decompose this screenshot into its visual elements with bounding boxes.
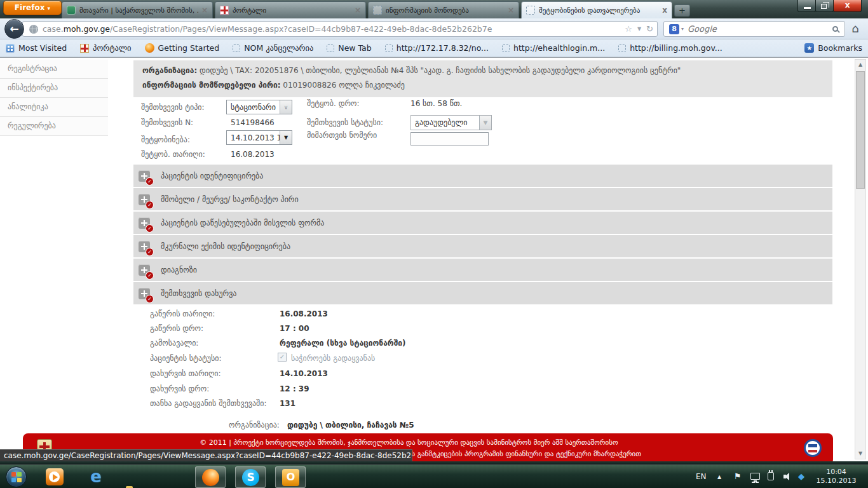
- scroll-down-icon[interactable]: ▼: [855, 449, 865, 459]
- show-bookmarks-button[interactable]: ★Bookmarks: [804, 43, 862, 53]
- site-favicon-shield-icon: [67, 6, 76, 15]
- closure-time-value: 12 : 39: [280, 384, 309, 393]
- language-indicator[interactable]: EN: [696, 465, 707, 488]
- engine-dropdown-icon[interactable]: ▾: [681, 26, 684, 32]
- network-icon[interactable]: [750, 473, 760, 480]
- hidden-icons-arrow-icon[interactable]: ▲: [717, 465, 721, 488]
- accordion-patient-identification[interactable]: ✓ პაციენტის იდენტიფიცირება: [133, 165, 832, 187]
- search-engine-name: Google: [688, 24, 832, 34]
- tab-portal[interactable]: პორტალი ×: [215, 1, 366, 18]
- notification-time-value: 16 სთ. 58 წთ.: [410, 99, 462, 108]
- new-tab-button[interactable]: +: [674, 4, 690, 17]
- taskbar-firefox-button[interactable]: [195, 466, 226, 488]
- expand-plus-icon[interactable]: ✓: [139, 170, 150, 182]
- program-round-logo-icon: [804, 439, 822, 457]
- tab-close-icon[interactable]: x: [662, 6, 667, 15]
- bookmark-star-icon[interactable]: ☆: [625, 24, 632, 34]
- restore-button[interactable]: [815, 0, 834, 12]
- internet-explorer-icon[interactable]: e: [87, 468, 105, 485]
- screen: Firefox ▾ მთავარი | საქართველოს შრომის, …: [0, 0, 868, 488]
- tab-close-icon[interactable]: ×: [355, 6, 361, 15]
- expand-plus-icon[interactable]: ✓: [139, 241, 150, 252]
- patient-status-checkbox[interactable]: ✓: [278, 353, 287, 362]
- url-dropdown-icon[interactable]: ▼: [637, 26, 641, 32]
- sidebar-item-regulation[interactable]: რეგულირება: [0, 117, 108, 136]
- case-status-dropdown[interactable]: გადაუდებელი ▼: [410, 115, 492, 130]
- url-bar[interactable]: case. moh.gov.ge /CaseRegistration/Pages…: [22, 21, 658, 37]
- reload-icon[interactable]: ↻: [646, 24, 653, 34]
- tab-close-icon[interactable]: ×: [201, 6, 208, 15]
- closure-time-label: დახურვის დრო:: [150, 384, 209, 393]
- placeholder-bookmark-icon: [327, 44, 334, 52]
- tab-view-message-active[interactable]: შეტყობინების დათვალიერება x: [521, 1, 672, 18]
- discharge-time-label: გაწერის დრო:: [150, 324, 203, 333]
- expand-plus-icon[interactable]: ✓: [139, 217, 150, 229]
- case-status-label: შემთხვევის სტატუსი:: [307, 118, 383, 127]
- bookmark-getting-started[interactable]: Getting Started: [145, 43, 220, 53]
- close-button[interactable]: x: [833, 0, 862, 12]
- status-bar-link-preview: case.moh.gov.ge/CaseRegistration/Pages/V…: [0, 449, 412, 461]
- scroll-up-icon[interactable]: ▲: [855, 60, 865, 70]
- action-center-flag-icon[interactable]: ⚑: [734, 465, 742, 488]
- clock[interactable]: 10:04 15.10.2013: [816, 468, 857, 485]
- expand-plus-icon[interactable]: ✓: [139, 194, 150, 205]
- bookmark-ehealthlogin[interactable]: http://ehealthlogin.m...: [502, 43, 605, 53]
- back-button[interactable]: ←: [4, 19, 24, 39]
- bookmark-nom-chancellery[interactable]: NOM კანცელარია: [233, 43, 313, 53]
- placeholder-favicon-icon: [373, 6, 382, 15]
- google-engine-icon[interactable]: 8: [669, 24, 679, 34]
- organization-value: დიდუბე \ TAX: 202051876 \ თბილისი, ლუბლი…: [200, 66, 681, 75]
- placeholder-bookmark-icon: [618, 44, 626, 52]
- firefox-menu-button[interactable]: Firefox ▾: [3, 1, 62, 15]
- vertical-scrollbar[interactable]: ▲ ▼: [855, 59, 866, 459]
- home-icon[interactable]: ⌂: [846, 21, 864, 37]
- bookmark-portal[interactable]: პორტალი: [80, 43, 131, 53]
- notification-datetime-dropdown[interactable]: 14.10.2013 12:39 ▼: [226, 130, 292, 145]
- taskbar-skype-button[interactable]: S: [235, 466, 266, 488]
- bookmark-172-17-8-32[interactable]: http://172.17.8.32/no...: [385, 43, 489, 53]
- search-box[interactable]: 8 ▾ Google: [663, 21, 845, 37]
- accordion-attending-doctor[interactable]: ✓ მკურნალი ექიმის იდენტიფიცირება: [133, 235, 832, 257]
- scrollbar-thumb[interactable]: [856, 71, 865, 189]
- minimize-button[interactable]: [797, 0, 816, 12]
- outcome-label: გამოსავალი:: [150, 339, 198, 348]
- tab-close-icon[interactable]: ×: [508, 6, 514, 15]
- volume-icon[interactable]: [783, 473, 792, 480]
- check-badge-icon: ✓: [146, 295, 154, 303]
- restore-icon: [821, 4, 827, 9]
- file-explorer-icon[interactable]: [125, 485, 143, 488]
- bookmark-most-visited[interactable]: Most Visited: [6, 43, 67, 53]
- referral-number-input[interactable]: [410, 132, 489, 146]
- bookmark-new-tab[interactable]: New Tab: [327, 43, 371, 53]
- notification-date-value: 16.08.2013: [231, 150, 275, 159]
- start-button[interactable]: [6, 466, 27, 487]
- sidebar-item-inspection[interactable]: ინსპექტირება: [0, 79, 108, 98]
- url-prefix: case.: [43, 24, 64, 34]
- accordion-arrival-form[interactable]: ✓ პაციენტის დაწესებულებაში მისვლის ფორმა: [133, 212, 832, 234]
- accordion-case-closure[interactable]: ✓ შემთხვევის დახურვა: [133, 282, 832, 304]
- closure-organization-value: დიდუბე \ თბილისი, ჩაჩავას №5: [287, 421, 414, 430]
- transfer-amount-label: თანხა გადაყვანის შემთხვევაში:: [150, 399, 267, 408]
- caret-down-icon[interactable]: ▼: [280, 131, 292, 144]
- globe-site-icon: [29, 25, 38, 34]
- sidebar-item-analytics[interactable]: ანალიტიკა: [0, 98, 108, 117]
- dropbox-icon[interactable]: ◆: [798, 465, 804, 488]
- bookmark-billing-moh[interactable]: http://billing.moh.gov...: [618, 43, 722, 53]
- taskbar-outlook-button[interactable]: O: [275, 466, 306, 488]
- accordion-parent-guardian-contact[interactable]: ✓ მშობელი / მეურვე/ საკონტაქტო პირი: [133, 188, 832, 210]
- chevron-down-icon[interactable]: ∨: [280, 100, 292, 114]
- url-path: /CaseRegistration/Pages/ViewMessage.aspx…: [110, 24, 620, 34]
- search-icon[interactable]: [832, 26, 838, 32]
- caret-down-icon: ▼: [479, 116, 491, 130]
- provider-label: ინფორმაციის მომწოდებელი პირი:: [142, 81, 281, 90]
- expand-plus-icon[interactable]: ✓: [139, 288, 150, 299]
- power-plug-icon[interactable]: [768, 472, 774, 480]
- tab-home[interactable]: მთავარი | საქართველოს შრომის, ... ×: [62, 1, 213, 18]
- tab-information-submission[interactable]: ინფორმაციის მოწოდება ×: [368, 1, 519, 18]
- media-player-icon[interactable]: [46, 468, 64, 485]
- sidebar-item-registration[interactable]: რეგისტრაცია: [0, 60, 108, 79]
- page-viewport: რეგისტრაცია ინსპექტირება ანალიტიკა რეგულ…: [0, 57, 868, 461]
- expand-plus-icon[interactable]: ✓: [139, 264, 150, 276]
- accordion-diagnosis[interactable]: ✓ დიაგნოზი: [133, 259, 832, 281]
- case-type-dropdown[interactable]: სტაციონარი ∨: [226, 100, 292, 114]
